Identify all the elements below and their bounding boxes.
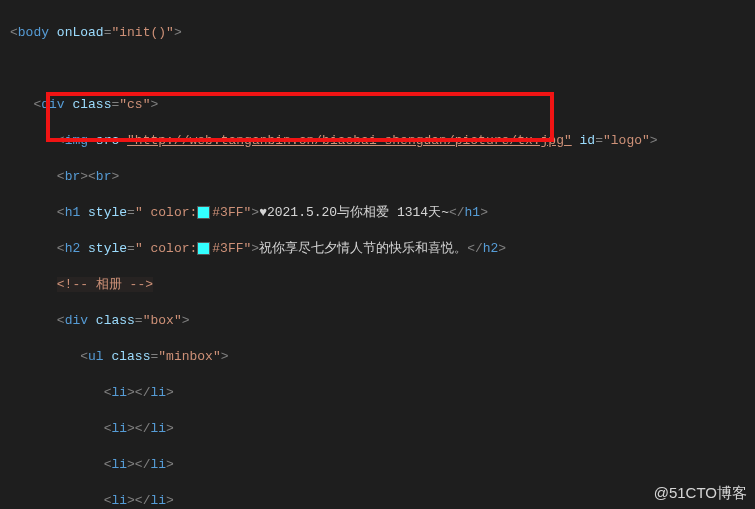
tag-img: img [65,133,88,148]
watermark: @51CTO博客 [654,484,747,503]
code-editor[interactable]: <body onLoad="init()"> <div class="cs"> … [0,0,755,509]
color-swatch-icon [197,242,210,255]
tag-h1: h1 [65,205,81,220]
tag-body: body [18,25,49,40]
tag-div-box: div [65,313,88,328]
tag-div-cs: div [41,97,64,112]
tag-ul: ul [88,349,104,364]
folded-comment: <!-- 相册 --> [57,277,153,292]
color-swatch-icon [197,206,210,219]
tag-h2: h2 [65,241,81,256]
